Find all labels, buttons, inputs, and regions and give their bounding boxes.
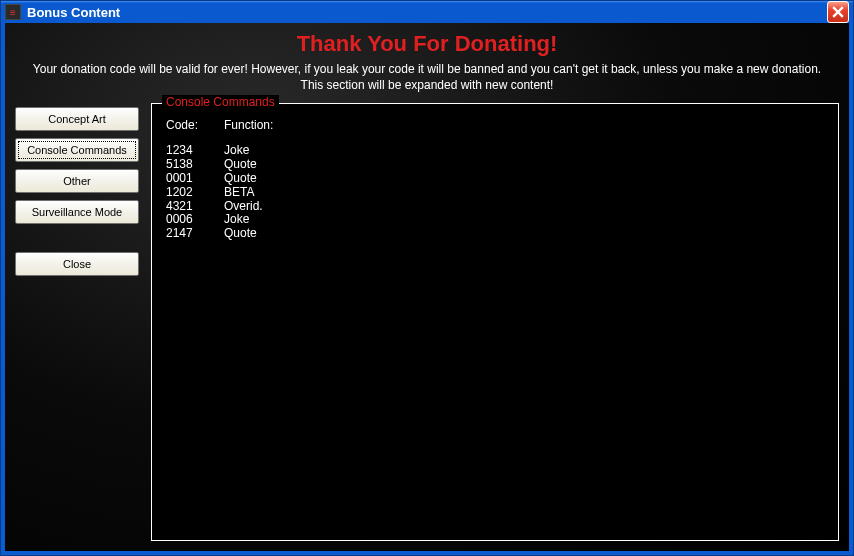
cell-function: Quote [224, 158, 257, 172]
cell-code: 0006 [166, 213, 224, 227]
cell-code: 2147 [166, 227, 224, 241]
cell-function: Quote [224, 227, 257, 241]
sidebar-spacer [15, 231, 143, 245]
cell-function: Joke [224, 213, 249, 227]
cell-function: Quote [224, 172, 257, 186]
cell-code: 1202 [166, 186, 224, 200]
app-icon: ≡ [5, 4, 21, 20]
table-row: 1234Joke [166, 144, 824, 158]
table-row: 2147Quote [166, 227, 824, 241]
client-area: Thank You For Donating! Your donation co… [5, 23, 849, 551]
cell-code: 5138 [166, 158, 224, 172]
table-row: 1202BETA [166, 186, 824, 200]
command-table: Code: Function: 1234Joke5138Quote0001Quo… [166, 118, 824, 241]
table-row: 0006Joke [166, 213, 824, 227]
sub-text-1: Your donation code will be valid for eve… [15, 61, 839, 77]
cell-function: Overid. [224, 200, 263, 214]
page-title: Thank You For Donating! [15, 31, 839, 57]
command-table-header: Code: Function: [166, 118, 824, 132]
sidebar: Concept Art Console Commands Other Surve… [15, 103, 143, 541]
header-code: Code: [166, 118, 224, 132]
sidebar-item-surveillance-mode[interactable]: Surveillance Mode [15, 200, 139, 224]
body-row: Concept Art Console Commands Other Surve… [15, 103, 839, 541]
panel-legend: Console Commands [162, 95, 279, 109]
close-icon [832, 6, 844, 18]
window-close-button[interactable] [827, 1, 849, 23]
table-row: 0001Quote [166, 172, 824, 186]
sidebar-item-console-commands[interactable]: Console Commands [15, 138, 139, 162]
sidebar-item-other[interactable]: Other [15, 169, 139, 193]
sub-text-2: This section will be expanded with new c… [15, 77, 839, 93]
cell-function: BETA [224, 186, 254, 200]
titlebar[interactable]: ≡ Bonus Content [1, 1, 853, 23]
cell-code: 4321 [166, 200, 224, 214]
cell-function: Joke [224, 144, 249, 158]
table-row: 4321Overid. [166, 200, 824, 214]
sidebar-item-concept-art[interactable]: Concept Art [15, 107, 139, 131]
bonus-content-window: ≡ Bonus Content Thank You For Donating! … [0, 0, 854, 556]
header-function: Function: [224, 118, 273, 132]
window-title: Bonus Content [27, 5, 827, 20]
cell-code: 1234 [166, 144, 224, 158]
table-row: 5138Quote [166, 158, 824, 172]
cell-code: 0001 [166, 172, 224, 186]
console-commands-panel: Console Commands Code: Function: 1234Jok… [151, 103, 839, 541]
close-button[interactable]: Close [15, 252, 139, 276]
